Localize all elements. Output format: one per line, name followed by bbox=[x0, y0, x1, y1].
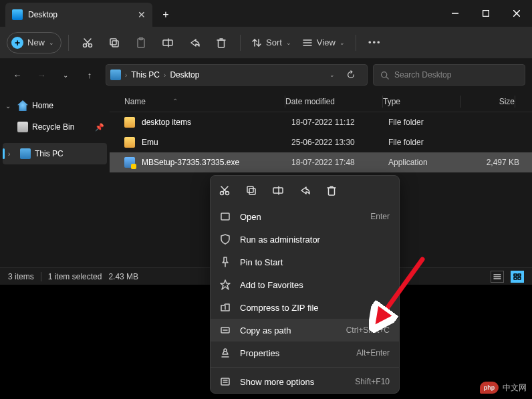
svg-rect-27 bbox=[514, 274, 517, 276]
status-selected: 1 item selected bbox=[48, 272, 102, 281]
desktop-icon bbox=[12, 9, 23, 20]
separator bbox=[211, 367, 399, 368]
more-options-icon bbox=[220, 376, 231, 387]
share-icon[interactable] bbox=[299, 184, 311, 196]
watermark-logo: php bbox=[480, 382, 499, 394]
context-copy-as-path[interactable]: Copy as path Ctrl+Shift+C bbox=[211, 319, 399, 342]
shield-icon bbox=[220, 234, 231, 245]
chevron-down-icon[interactable]: ⌄ bbox=[329, 72, 335, 78]
context-show-more[interactable]: Show more options Shift+F10 bbox=[211, 370, 399, 393]
svg-rect-42 bbox=[221, 213, 229, 220]
breadcrumb-root[interactable]: This PC bbox=[131, 70, 160, 80]
pin-icon[interactable]: 📌 bbox=[95, 123, 104, 132]
rename-icon[interactable] bbox=[272, 184, 284, 196]
address-bar[interactable]: › This PC › Desktop ⌄ bbox=[106, 64, 368, 86]
context-compress-zip[interactable]: Compress to ZIP file bbox=[211, 296, 399, 319]
share-button[interactable] bbox=[182, 32, 207, 53]
column-type[interactable]: Type bbox=[383, 97, 460, 106]
chevron-down-icon[interactable]: ⌄ bbox=[5, 102, 13, 110]
zip-icon bbox=[220, 302, 231, 313]
sidebar-item-home[interactable]: ⌄ Home bbox=[0, 95, 110, 116]
view-label: View bbox=[317, 37, 336, 47]
more-button[interactable]: ••• bbox=[363, 32, 387, 53]
sort-button[interactable]: Sort ⌄ bbox=[247, 32, 295, 53]
view-button[interactable]: View ⌄ bbox=[298, 32, 349, 53]
sidebar-item-thispc[interactable]: › This PC bbox=[3, 143, 107, 164]
chevron-right-icon: › bbox=[164, 72, 166, 79]
chevron-down-icon[interactable]: ⌄ bbox=[55, 64, 76, 86]
sidebar: ⌄ Home Recycle Bin 📌 › This PC bbox=[0, 91, 110, 267]
new-tab-button[interactable]: + bbox=[152, 3, 179, 27]
chevron-down-icon: ⌄ bbox=[340, 39, 345, 46]
context-properties[interactable]: Properties Alt+Enter bbox=[211, 342, 399, 364]
context-open[interactable]: Open Enter bbox=[211, 205, 399, 228]
sidebar-item-recycle[interactable]: Recycle Bin 📌 bbox=[0, 116, 110, 138]
search-input[interactable]: Search Desktop bbox=[373, 64, 525, 86]
up-button[interactable]: ↑ bbox=[79, 64, 100, 86]
svg-rect-35 bbox=[247, 186, 253, 192]
svg-rect-14 bbox=[219, 40, 225, 47]
svg-rect-9 bbox=[112, 41, 118, 47]
recycle-bin-icon bbox=[17, 122, 28, 132]
column-name[interactable]: Name⌃ bbox=[118, 97, 285, 106]
open-icon bbox=[220, 211, 231, 222]
rename-button[interactable] bbox=[156, 32, 180, 53]
folder-icon bbox=[124, 137, 135, 148]
plus-icon: + bbox=[11, 37, 23, 49]
properties-icon bbox=[220, 348, 231, 358]
refresh-button[interactable] bbox=[339, 64, 363, 86]
svg-point-46 bbox=[224, 349, 227, 352]
maximize-button[interactable] bbox=[471, 0, 501, 27]
file-row[interactable]: Emu 25-06-2022 13:30 File folder bbox=[110, 132, 532, 152]
file-row[interactable]: desktop items 18-07-2022 11:12 File fold… bbox=[110, 112, 532, 132]
delete-button[interactable] bbox=[209, 32, 233, 53]
context-menu: Open Enter Run as administrator Pin to S… bbox=[210, 175, 400, 394]
pc-icon bbox=[20, 148, 31, 159]
svg-rect-39 bbox=[329, 188, 335, 195]
close-window-button[interactable] bbox=[501, 0, 532, 27]
sidebar-label: Home bbox=[32, 101, 53, 110]
context-pin-start[interactable]: Pin to Start bbox=[211, 251, 399, 273]
copy-path-icon bbox=[220, 325, 231, 336]
context-add-favorites[interactable]: Add to Favorites bbox=[211, 273, 399, 296]
svg-rect-37 bbox=[273, 188, 283, 193]
file-row-selected[interactable]: MBSetup-37335.37335.exe 18-07-2022 17:48… bbox=[110, 152, 532, 172]
close-tab-icon[interactable]: ✕ bbox=[138, 9, 146, 20]
new-button[interactable]: + New ⌄ bbox=[7, 32, 61, 53]
context-quickactions bbox=[211, 176, 399, 205]
new-label: New bbox=[27, 37, 45, 47]
copy-icon[interactable] bbox=[245, 184, 257, 196]
watermark: php 中文网 bbox=[480, 382, 527, 394]
sort-indicator-icon: ⌃ bbox=[172, 98, 178, 105]
svg-rect-36 bbox=[249, 188, 255, 194]
search-placeholder: Search Desktop bbox=[394, 70, 451, 80]
cut-button[interactable] bbox=[76, 32, 100, 53]
svg-line-23 bbox=[386, 76, 388, 78]
forward-button[interactable]: → bbox=[31, 64, 52, 86]
paste-button[interactable] bbox=[129, 32, 153, 53]
svg-rect-28 bbox=[518, 274, 521, 276]
status-item-count: 3 items bbox=[8, 272, 34, 281]
folder-icon bbox=[124, 117, 135, 128]
thumbnails-view-button[interactable] bbox=[511, 271, 524, 283]
column-date[interactable]: Date modified bbox=[285, 97, 382, 106]
svg-rect-47 bbox=[221, 378, 229, 385]
cut-icon[interactable] bbox=[219, 184, 231, 196]
svg-rect-12 bbox=[163, 40, 172, 45]
column-headers: Name⌃ Date modified Type Size bbox=[110, 91, 532, 112]
chevron-down-icon: ⌄ bbox=[49, 39, 54, 46]
chevron-right-icon[interactable]: › bbox=[8, 150, 16, 158]
tab-desktop[interactable]: Desktop ✕ bbox=[5, 3, 152, 27]
minimize-button[interactable] bbox=[440, 0, 471, 27]
sort-label: Sort bbox=[266, 37, 282, 47]
copy-button[interactable] bbox=[102, 32, 126, 53]
back-button[interactable]: ← bbox=[7, 64, 28, 86]
breadcrumb-current[interactable]: Desktop bbox=[170, 70, 199, 80]
details-view-button[interactable] bbox=[491, 271, 504, 283]
column-size[interactable]: Size bbox=[461, 97, 515, 106]
svg-rect-8 bbox=[110, 39, 116, 45]
titlebar[interactable]: Desktop ✕ + bbox=[0, 0, 532, 27]
svg-rect-30 bbox=[518, 277, 521, 279]
delete-icon[interactable] bbox=[325, 184, 338, 196]
context-runas-admin[interactable]: Run as administrator bbox=[211, 228, 399, 251]
